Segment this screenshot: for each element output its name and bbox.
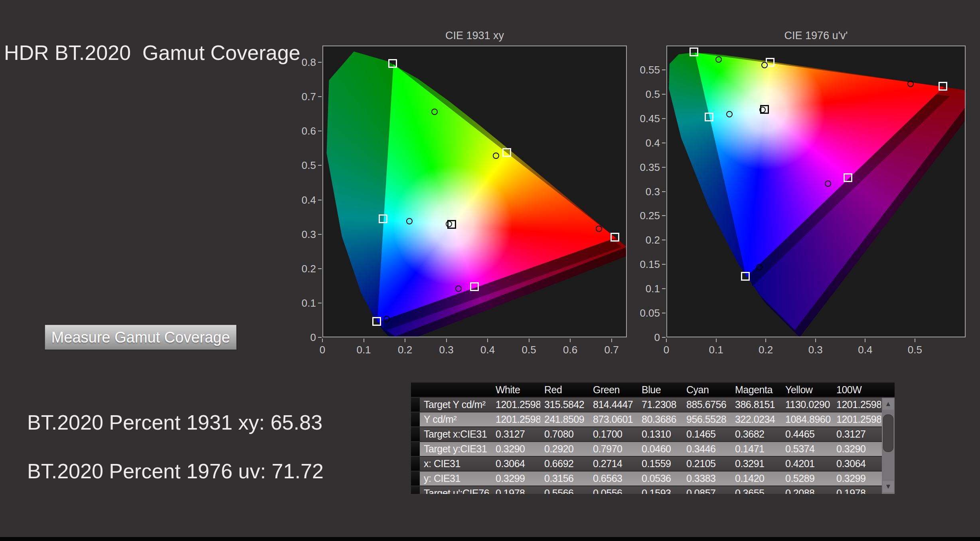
target-marker-green bbox=[388, 59, 397, 68]
table-row-label: Target Y cd/m² bbox=[420, 398, 492, 412]
x-axis-tick bbox=[446, 339, 447, 342]
y-axis-tick-label: 0.8 bbox=[287, 56, 316, 68]
table-scrollbar[interactable]: ▲ ▼ bbox=[882, 398, 895, 494]
table-cell: 0.4465 bbox=[781, 427, 832, 441]
table-row[interactable]: Target u':CIE760.19780.55660.05560.15930… bbox=[411, 486, 895, 494]
x-axis-tick bbox=[364, 339, 364, 342]
table-cell: 0.3127 bbox=[832, 427, 881, 441]
table-row[interactable]: Target y:CIE310.32900.29200.79700.04600.… bbox=[411, 442, 895, 457]
table-cell: 71.2308 bbox=[638, 398, 682, 412]
table-cell: 0.1420 bbox=[731, 472, 781, 486]
table-header-100w: 100W bbox=[832, 382, 881, 397]
table-cell: 1201.2598 bbox=[832, 412, 881, 426]
target-marker-red bbox=[939, 82, 947, 91]
measured-marker-red bbox=[907, 81, 914, 87]
table-cell: 0.3299 bbox=[832, 472, 881, 486]
table-row[interactable]: y: CIE310.32990.31560.65630.05360.33830.… bbox=[411, 472, 895, 486]
measured-marker-magenta bbox=[455, 285, 462, 292]
table-row[interactable]: Y cd/m²1201.2598241.8509873.060180.36869… bbox=[411, 412, 895, 427]
measured-marker-red bbox=[596, 226, 602, 232]
y-axis-tick-label: 0.2 bbox=[631, 234, 660, 246]
table-cell: 0.3299 bbox=[492, 472, 540, 486]
table-cell: 0.2105 bbox=[682, 457, 731, 471]
target-marker-cyan bbox=[705, 113, 713, 121]
y-axis-tick bbox=[318, 303, 322, 303]
table-cell: 1201.2598 bbox=[832, 398, 881, 412]
table-header-yellow: Yellow bbox=[781, 382, 832, 397]
y-axis-tick-label: 0.5 bbox=[287, 159, 316, 171]
table-cell: 0.2714 bbox=[589, 457, 638, 471]
y-axis-tick-label: 0.4 bbox=[631, 137, 660, 149]
table-cell: 0.1593 bbox=[638, 486, 682, 494]
table-cell: 814.4447 bbox=[589, 398, 638, 412]
x-axis-tick bbox=[716, 339, 717, 342]
table-cell: 0.0556 bbox=[589, 486, 638, 494]
target-marker-blue bbox=[372, 317, 381, 326]
y-axis-tick-label: 0.1 bbox=[631, 283, 660, 295]
scrollbar-up-icon[interactable]: ▲ bbox=[883, 398, 894, 410]
measured-marker-blue bbox=[756, 264, 763, 270]
measured-marker-white bbox=[759, 107, 766, 113]
table-header-green: Green bbox=[589, 382, 638, 397]
table-row[interactable]: Target x:CIE310.31270.70800.17000.13100.… bbox=[411, 427, 895, 442]
cie-1931-chart-title: CIE 1931 xy bbox=[322, 30, 627, 42]
table-header-blue: Blue bbox=[638, 382, 682, 397]
y-axis-tick-label: 0.7 bbox=[287, 91, 316, 103]
table-row-stub bbox=[411, 442, 420, 456]
y-axis-tick bbox=[662, 264, 666, 265]
y-axis-tick-label: 0 bbox=[631, 331, 660, 343]
measured-marker-cyan bbox=[406, 218, 413, 224]
x-axis-tick-label: 0.3 bbox=[800, 344, 832, 356]
x-axis-tick bbox=[487, 339, 488, 342]
table-cell: 0.3383 bbox=[682, 472, 731, 486]
table-header-cyan: Cyan bbox=[682, 382, 731, 397]
y-axis-tick bbox=[318, 62, 322, 63]
x-axis-tick bbox=[529, 339, 530, 342]
table-cell: 0.1978 bbox=[492, 486, 540, 494]
table-row[interactable]: x: CIE310.30640.66920.27140.15590.21050.… bbox=[411, 457, 895, 472]
table-cell: 0.3446 bbox=[682, 442, 731, 456]
bottom-bar bbox=[0, 537, 980, 541]
target-marker-blue bbox=[741, 272, 750, 281]
table-row-stub bbox=[411, 427, 420, 441]
x-axis-tick-label: 0.6 bbox=[554, 344, 586, 356]
x-axis-tick bbox=[322, 339, 323, 342]
table-cell: 0.7080 bbox=[540, 427, 589, 441]
app-screen: HDR BT.2020 Gamut Coverage CIE 1931 xy 0… bbox=[0, 0, 980, 541]
table-cell: 0.3682 bbox=[731, 427, 781, 441]
x-axis-tick-label: 0.1 bbox=[700, 344, 732, 356]
table-row-label: Y cd/m² bbox=[420, 412, 492, 426]
x-axis-tick bbox=[666, 339, 667, 342]
target-marker-red bbox=[611, 233, 619, 242]
table-header-label-stub bbox=[420, 382, 492, 397]
scrollbar-down-icon[interactable]: ▼ bbox=[883, 481, 894, 492]
x-axis-tick bbox=[915, 339, 915, 342]
x-axis-tick-label: 0.7 bbox=[596, 344, 628, 356]
table-cell: 1201.2598 bbox=[492, 412, 540, 426]
y-axis-tick-label: 0.45 bbox=[631, 113, 660, 125]
table-cell: 0.7970 bbox=[589, 442, 638, 456]
table-cell: 0.3290 bbox=[832, 442, 881, 456]
y-axis-tick-label: 0.35 bbox=[631, 161, 660, 173]
table-cell: 0.3127 bbox=[492, 427, 540, 441]
y-axis-tick bbox=[662, 313, 666, 313]
table-cell: 0.2088 bbox=[781, 486, 832, 494]
y-axis-tick bbox=[662, 69, 666, 70]
y-axis-tick-label: 0.3 bbox=[287, 228, 316, 240]
scrollbar-thumb[interactable] bbox=[883, 414, 893, 452]
y-axis-tick bbox=[662, 215, 666, 216]
table-header-magenta: Magenta bbox=[731, 382, 781, 397]
measure-gamut-coverage-button[interactable]: Measure Gamut Coverage bbox=[45, 325, 237, 350]
bt2020-percent-1931-readout: BT.2020 Percent 1931 xy: 65.83 bbox=[27, 410, 322, 434]
x-axis-tick bbox=[815, 339, 816, 342]
table-cell: 0.0536 bbox=[638, 472, 682, 486]
x-axis-tick-label: 0.5 bbox=[513, 344, 545, 356]
cie-1976-chart-title: CIE 1976 u'v' bbox=[666, 30, 966, 42]
table-row-stub bbox=[411, 486, 420, 494]
table-row[interactable]: Target Y cd/m²1201.2598315.5842814.44477… bbox=[411, 398, 895, 412]
table-cell: 1201.2598 bbox=[492, 398, 540, 412]
table-cell: 0.6692 bbox=[540, 457, 589, 471]
measured-marker-green bbox=[431, 109, 438, 115]
table-cell: 0.3290 bbox=[492, 442, 540, 456]
y-axis-tick-label: 0.5 bbox=[631, 88, 660, 100]
